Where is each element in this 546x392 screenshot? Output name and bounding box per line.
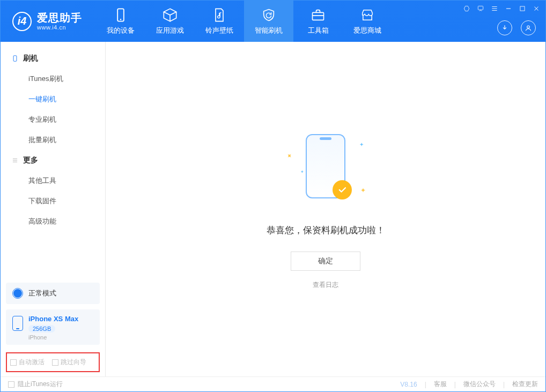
header-tabs: 我的设备 应用游戏 铃声壁纸 智能刷机 工具箱 爱思商城 (96, 1, 392, 42)
phone-icon (11, 55, 19, 62)
window-controls (463, 5, 540, 14)
brand: i4 爱思助手 www.i4.cn (1, 1, 93, 42)
view-log-link[interactable]: 查看日志 (313, 280, 338, 290)
brand-logo-icon: i4 (12, 12, 32, 31)
device-type: iPhone (28, 334, 78, 341)
tab-my-device[interactable]: 我的设备 (96, 1, 145, 42)
maximize-icon[interactable] (519, 5, 526, 14)
toolbox-icon (311, 8, 326, 23)
status-bar: 阻止iTunes运行 V8.16 | 客服 | 微信公众号 | 检查更新 (1, 376, 545, 391)
svg-rect-3 (478, 6, 483, 10)
tab-apps-games[interactable]: 应用游戏 (145, 1, 195, 42)
device-icon (12, 316, 23, 331)
svg-point-5 (527, 26, 530, 28)
checkbox-icon (10, 359, 17, 366)
brand-subtitle: www.i4.cn (37, 24, 82, 31)
sidebar-item-other-tools[interactable]: 其他工具 (1, 171, 105, 191)
sidebar: 刷机 iTunes刷机 一键刷机 专业刷机 批量刷机 更多 其他工具 下载固件 … (1, 42, 106, 376)
checkbox-icon (8, 381, 14, 388)
music-file-icon (212, 8, 227, 23)
sparkle-icon: ✦ (360, 187, 366, 194)
sidebar-item-download-fw[interactable]: 下载固件 (1, 191, 105, 211)
main-panel: ✦ ✦ ✦ ✦ 恭喜您，保资料刷机成功啦！ 确定 查看日志 (106, 42, 545, 376)
svg-rect-4 (520, 6, 525, 11)
mode-card[interactable]: 正常模式 (6, 283, 100, 304)
check-update-link[interactable]: 检查更新 (512, 380, 538, 389)
device-capacity-badge: 256GB (28, 325, 55, 332)
title-bar: i4 爱思助手 www.i4.cn 我的设备 应用游戏 铃声壁纸 智能刷机 工具… (1, 1, 545, 42)
feedback-icon[interactable] (477, 5, 484, 14)
menu-icon[interactable] (491, 5, 498, 14)
device-name: iPhone XS Max (28, 315, 78, 323)
sparkle-icon: ✦ (359, 142, 364, 147)
success-illustration: ✦ ✦ ✦ ✦ (285, 129, 366, 209)
ok-button[interactable]: 确定 (291, 252, 360, 271)
sidebar-group-flash: 刷机 (1, 48, 105, 69)
svg-point-1 (120, 19, 121, 20)
brand-title: 爱思助手 (37, 12, 82, 23)
checkmark-badge-icon (333, 180, 352, 199)
close-icon[interactable] (533, 5, 540, 14)
sidebar-item-advanced[interactable]: 高级功能 (1, 211, 105, 232)
checkbox-skip-guide[interactable]: 跳过向导 (52, 358, 86, 367)
user-icon (525, 24, 532, 32)
tab-toolbox[interactable]: 工具箱 (293, 1, 343, 42)
header-right-icons (497, 20, 536, 35)
download-icon (501, 24, 508, 32)
mode-label: 正常模式 (28, 289, 56, 298)
device-icon (113, 8, 128, 23)
device-card[interactable]: iPhone XS Max 256GB iPhone (6, 309, 100, 345)
sidebar-group-more: 更多 (1, 150, 105, 171)
tab-ringtone-wallpaper[interactable]: 铃声壁纸 (195, 1, 244, 42)
tab-store[interactable]: 爱思商城 (343, 1, 392, 42)
sidebar-item-itunes-flash[interactable]: iTunes刷机 (1, 69, 105, 89)
download-button[interactable] (497, 20, 512, 35)
tab-smart-flash[interactable]: 智能刷机 (244, 1, 293, 42)
svg-rect-6 (13, 56, 17, 62)
refresh-shield-icon (261, 8, 276, 23)
checkbox-stop-itunes[interactable]: 阻止iTunes运行 (8, 380, 63, 389)
cube-icon (163, 8, 178, 23)
checkbox-auto-activate[interactable]: 自动激活 (10, 358, 45, 367)
mode-icon (12, 288, 23, 299)
sidebar-item-batch-flash[interactable]: 批量刷机 (1, 130, 105, 150)
checkbox-icon (52, 359, 58, 366)
sparkle-icon: ✦ (300, 169, 304, 174)
sidebar-item-pro-flash[interactable]: 专业刷机 (1, 109, 105, 130)
svg-rect-2 (313, 12, 324, 20)
support-link[interactable]: 客服 (434, 380, 447, 389)
sparkle-icon: ✦ (285, 152, 294, 161)
theme-icon[interactable] (463, 5, 470, 14)
store-icon (360, 8, 375, 23)
version-label: V8.16 (400, 381, 417, 388)
account-button[interactable] (521, 20, 536, 35)
list-icon (11, 157, 19, 164)
success-message: 恭喜您，保资料刷机成功啦！ (267, 224, 385, 236)
minimize-icon[interactable] (505, 5, 512, 14)
bottom-options-highlight: 自动激活 跳过向导 (6, 352, 100, 372)
sidebar-item-oneclick-flash[interactable]: 一键刷机 (1, 89, 105, 109)
wechat-link[interactable]: 微信公众号 (463, 380, 496, 389)
